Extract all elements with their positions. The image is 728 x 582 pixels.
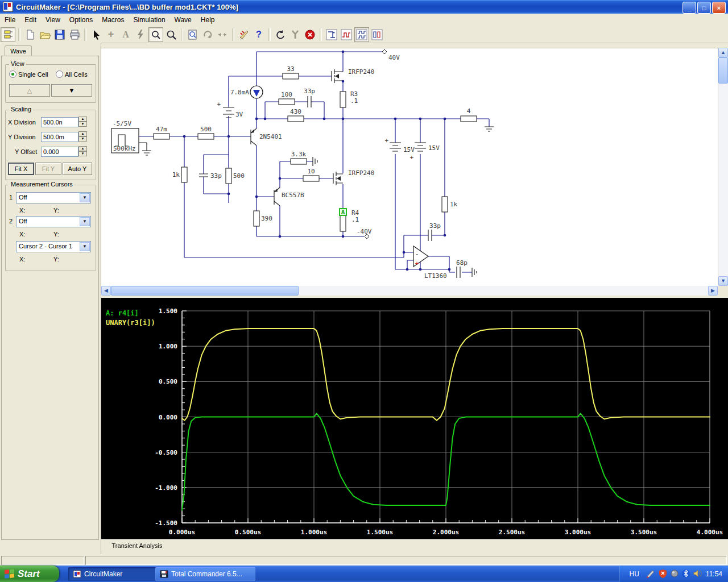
window-title: CircuitMaker - [C:\Program Files\...\BD … (16, 3, 238, 11)
auto-y-button[interactable]: Auto Y (63, 163, 92, 175)
fit-x-button[interactable]: Fit X (8, 163, 34, 175)
vertical-scroll-thumb[interactable] (718, 57, 728, 84)
page-preview-icon[interactable] (186, 28, 200, 41)
restore-button[interactable]: □ (697, 2, 711, 14)
start-button[interactable]: Start (0, 566, 59, 582)
zoom-window-icon[interactable] (148, 27, 163, 42)
taskbar-total-commander[interactable]: Total Commander 6.5... (155, 567, 255, 581)
cursors-group-legend: Measurement Cursors (9, 181, 75, 188)
cursor-diff-x-label: X: (19, 256, 25, 263)
title-bar: CircuitMaker - [C:\Program Files\...\BD … (0, 0, 728, 14)
component-label: - (415, 250, 419, 257)
menu-simulation[interactable]: Simulation (129, 14, 170, 26)
check-probe-icon[interactable] (237, 28, 251, 41)
stop-simulation-icon[interactable] (303, 28, 317, 41)
radio-all-cells-dot[interactable] (56, 70, 63, 78)
language-indicator[interactable]: HU (626, 569, 643, 579)
schematic-horizontal-scrollbar[interactable]: ◀ ▶ (101, 286, 718, 296)
x-division-input[interactable] (41, 117, 78, 127)
menu-bar: File Edit View Options Macros Simulation… (0, 14, 728, 27)
component-label: + (384, 137, 388, 144)
chart-text: UNARY(r3[i]) (106, 319, 155, 327)
radio-single-cell[interactable]: Single Cell (9, 70, 48, 78)
scroll-down-icon[interactable]: ▼ (718, 276, 728, 286)
component-label: 10 (307, 168, 315, 175)
tab-transient-analysis[interactable]: Transient Analysis (106, 541, 168, 551)
y-offset-input[interactable] (41, 147, 78, 157)
cursor2-index: 2 (9, 218, 13, 225)
open-file-icon[interactable] (38, 28, 52, 41)
menu-edit[interactable]: Edit (20, 14, 41, 26)
cursor-diff-select[interactable]: Cursor 2 - Cursor 1 ▼ (16, 241, 91, 252)
chart-text: -0.500 (155, 449, 177, 456)
new-document-icon[interactable] (23, 28, 37, 41)
cursor2-select[interactable]: Off ▼ (16, 216, 91, 227)
menu-file[interactable]: File (0, 14, 20, 26)
security-shield-icon[interactable] (659, 569, 667, 579)
close-button[interactable]: × (712, 2, 726, 14)
volume-icon[interactable] (693, 569, 702, 579)
mirror-icon[interactable] (216, 28, 229, 41)
horizontal-scroll-thumb[interactable] (111, 286, 299, 296)
menu-wave[interactable]: Wave (170, 14, 196, 26)
chart-text: 0.000 (159, 414, 177, 421)
chart-multimeter-icon[interactable] (354, 27, 369, 42)
schematic-vertical-scrollbar[interactable]: ▲ ▼ (718, 48, 728, 286)
graphics-pen-icon[interactable] (646, 569, 655, 579)
wire-plus-icon[interactable]: + (104, 28, 118, 41)
menu-options[interactable]: Options (65, 14, 97, 26)
scroll-up-icon[interactable]: ▲ (718, 48, 728, 57)
bluetooth-icon[interactable] (682, 569, 690, 579)
clock[interactable]: 11:54 (706, 570, 722, 578)
taskbar-circuitmaker[interactable]: CircuitMaker (68, 567, 160, 581)
radio-single-cell-dot[interactable] (9, 70, 16, 78)
chart-transient-icon[interactable] (340, 28, 353, 41)
chart-text: 0.500us (235, 529, 261, 536)
taskbar: Start CircuitMaker Total Commander 6.5..… (0, 566, 728, 582)
zoom-icon[interactable] (164, 28, 178, 41)
save-icon[interactable] (53, 28, 67, 41)
rotate-icon[interactable] (201, 28, 214, 41)
scroll-right-icon[interactable]: ▶ (708, 286, 718, 296)
cell-up-button[interactable]: △ (9, 84, 50, 97)
y-division-spinner[interactable]: ▲▼ (78, 131, 87, 142)
minimize-button[interactable]: _ (682, 2, 696, 14)
x-division-spinner[interactable]: ▲▼ (78, 117, 87, 127)
radio-all-cells[interactable]: All Cells (56, 70, 88, 78)
scroll-left-icon[interactable]: ◀ (101, 286, 111, 296)
y-division-input[interactable] (41, 132, 78, 142)
gray-orb-icon[interactable] (671, 569, 679, 579)
chart-ac-icon[interactable] (370, 28, 384, 41)
toolbar: + A ? (0, 26, 728, 43)
pointer-icon[interactable] (89, 28, 103, 41)
component-label: 1k (172, 171, 180, 178)
y-offset-spinner[interactable]: ▲▼ (78, 146, 87, 156)
options-wrench-icon[interactable] (288, 28, 302, 41)
waveform-plot: 1.5001.0000.5000.000-0.500-1.000-1.5000.… (101, 298, 728, 539)
cursor1-select-arrow[interactable]: ▼ (80, 193, 90, 202)
cursor2-select-arrow[interactable]: ▼ (80, 217, 90, 226)
menu-help[interactable]: Help (196, 14, 220, 26)
reset-icon[interactable] (274, 28, 287, 41)
delete-lightning-icon[interactable] (134, 28, 147, 41)
parts-browser-icon[interactable] (1, 27, 15, 42)
text-tool-icon[interactable]: A (119, 28, 133, 41)
fit-y-button[interactable]: Fit Y (35, 163, 61, 175)
chart-dc-icon[interactable] (325, 28, 338, 41)
schematic-canvas[interactable]: -5/5V500kHz47m5001k33p5007.8mA+3V2N54013… (101, 48, 718, 286)
menu-macros[interactable]: Macros (97, 14, 129, 26)
analysis-tab-strip: Transient Analysis (101, 539, 728, 555)
cell-down-button[interactable]: ▼ (51, 84, 92, 97)
tab-wave[interactable]: Wave (5, 45, 32, 57)
cursor1-select[interactable]: Off ▼ (16, 192, 91, 203)
y-division-label: Y Division (8, 134, 36, 140)
component-label: 33p (304, 88, 315, 95)
print-icon[interactable] (68, 28, 81, 41)
cursor-diff-select-arrow[interactable]: ▼ (80, 242, 90, 251)
menu-view[interactable]: View (41, 14, 65, 26)
schematic-drawing: -5/5V500kHz47m5001k33p5007.8mA+3V2N54013… (101, 48, 718, 286)
chart-text: 2.500us (499, 529, 525, 536)
waveform-panel[interactable]: 1.5001.0000.5000.000-0.500-1.000-1.5000.… (101, 298, 728, 539)
x-division-label: X Division (8, 119, 36, 126)
help-icon[interactable]: ? (252, 28, 266, 41)
